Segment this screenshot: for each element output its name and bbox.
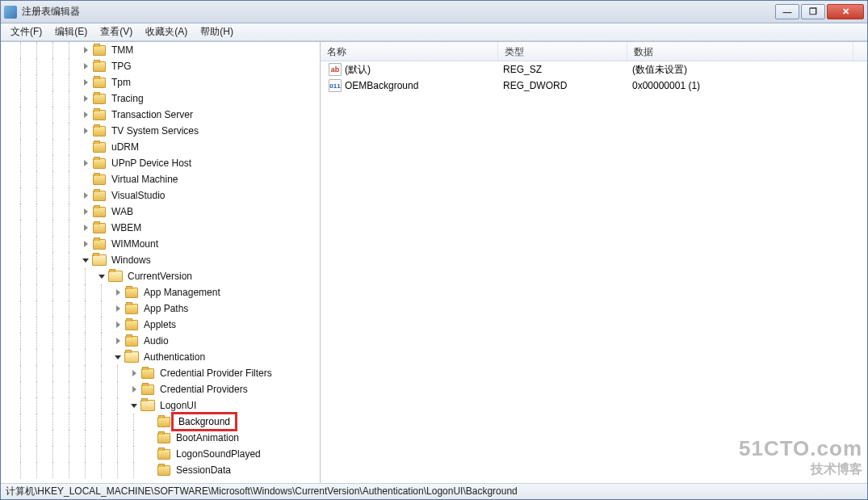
tree-label: Authentication <box>141 351 208 363</box>
tree-item[interactable]: WIMMount <box>1 236 320 252</box>
value-data: 0x00000001 (1) <box>627 80 853 91</box>
tree-item[interactable]: WAB <box>1 204 320 220</box>
col-type[interactable]: 类型 <box>498 42 627 61</box>
tree-item[interactable]: Windows <box>1 252 320 268</box>
folder-icon <box>108 271 123 282</box>
folder-icon <box>93 142 106 153</box>
expand-icon[interactable] <box>82 46 90 54</box>
folder-icon <box>157 417 170 427</box>
tree-item[interactable]: Applets <box>1 317 320 333</box>
menu-0[interactable]: 文件(F) <box>4 23 48 40</box>
menu-2[interactable]: 查看(V) <box>94 23 139 40</box>
tree-item[interactable]: TMM <box>1 42 320 58</box>
menubar: 文件(F)编辑(E)查看(V)收藏夹(A)帮助(H) <box>1 23 867 41</box>
folder-icon <box>93 78 106 88</box>
tree-item[interactable]: App Management <box>1 284 320 300</box>
tree-label: TMM <box>109 44 136 57</box>
tree-label: WIMMount <box>109 237 161 250</box>
expand-icon[interactable] <box>82 111 90 119</box>
value-name: OEMBackground <box>345 80 418 91</box>
folder-icon <box>93 45 106 56</box>
value-type: REG_SZ <box>498 64 627 75</box>
expand-icon[interactable] <box>114 288 122 296</box>
registry-tree: TMMTPGTpmTracingTransaction ServerTV Sys… <box>1 42 320 483</box>
tree-item[interactable]: CurrentVersion <box>1 268 320 284</box>
folder-icon <box>93 158 106 169</box>
value-row[interactable]: ab(默认)REG_SZ(数值未设置) <box>321 61 867 78</box>
expand-icon[interactable] <box>82 62 90 70</box>
folder-icon <box>141 384 154 395</box>
value-row[interactable]: 011OEMBackgroundREG_DWORD0x00000001 (1) <box>321 78 867 94</box>
folder-icon <box>157 449 170 460</box>
titlebar[interactable]: 注册表编辑器 — ❐ ✕ <box>1 1 867 23</box>
tree-item[interactable]: VisualStudio <box>1 187 320 204</box>
tree-item[interactable]: Background <box>1 414 320 430</box>
tree-item[interactable]: Tpm <box>1 74 320 90</box>
tree-item[interactable]: TV System Services <box>1 123 320 139</box>
tree-item[interactable]: Audio <box>1 333 320 349</box>
expand-icon[interactable] <box>82 240 90 248</box>
tree-label: Virtual Machine <box>109 173 181 186</box>
tree-label: WBEM <box>109 221 144 234</box>
tree-item[interactable]: Credential Provider Filters <box>1 365 320 381</box>
col-name[interactable]: 名称 <box>321 42 498 61</box>
tree-item[interactable]: WBEM <box>1 220 320 236</box>
values-pane: 名称 类型 数据 ab(默认)REG_SZ(数值未设置)011OEMBackgr… <box>321 42 867 483</box>
values-list[interactable]: ab(默认)REG_SZ(数值未设置)011OEMBackgroundREG_D… <box>321 61 867 483</box>
tree-item[interactable]: UPnP Device Host <box>1 155 320 171</box>
menu-1[interactable]: 编辑(E) <box>48 23 94 40</box>
collapse-icon[interactable] <box>98 272 106 280</box>
folder-icon <box>93 239 106 250</box>
expand-icon[interactable] <box>82 78 90 86</box>
close-button[interactable]: ✕ <box>827 4 864 19</box>
value-type: REG_DWORD <box>498 80 627 91</box>
expand-icon[interactable] <box>114 337 122 345</box>
tree-item[interactable]: Authentication <box>1 349 320 365</box>
tree-label: LogonSoundPlayed <box>174 447 263 460</box>
tree-item[interactable]: Tracing <box>1 90 320 107</box>
expand-icon[interactable] <box>82 224 90 232</box>
tree-item[interactable]: LogonSoundPlayed <box>1 446 320 462</box>
collapse-icon[interactable] <box>114 353 122 361</box>
tree-item[interactable]: LogonUI <box>1 397 320 414</box>
minimize-button[interactable]: — <box>775 4 799 19</box>
folder-icon <box>93 191 106 201</box>
collapse-icon[interactable] <box>130 401 138 410</box>
folder-icon <box>93 61 106 72</box>
folder-icon <box>157 433 170 443</box>
folder-icon <box>125 336 138 347</box>
expand-icon[interactable] <box>82 127 90 135</box>
menu-4[interactable]: 帮助(H) <box>194 23 240 40</box>
tree-item[interactable]: uDRM <box>1 139 320 155</box>
expand-icon[interactable] <box>82 208 90 216</box>
tree-item[interactable]: Virtual Machine <box>1 171 320 187</box>
expand-icon[interactable] <box>82 159 90 167</box>
value-data: (数值未设置) <box>627 63 853 77</box>
folder-icon <box>141 368 154 379</box>
collapse-icon[interactable] <box>82 256 90 264</box>
tree-label: Tracing <box>109 92 146 105</box>
tree-item[interactable]: Credential Providers <box>1 381 320 397</box>
tree-item[interactable]: BootAnimation <box>1 430 320 446</box>
dword-value-icon: 011 <box>329 79 342 92</box>
tree-label: App Paths <box>141 302 191 315</box>
tree-item[interactable]: Transaction Server <box>1 107 320 123</box>
tree-label: VisualStudio <box>109 189 168 202</box>
expand-icon[interactable] <box>114 321 122 329</box>
expand-icon[interactable] <box>82 95 90 103</box>
expand-icon[interactable] <box>82 191 90 200</box>
tree-item[interactable]: TPG <box>1 58 320 74</box>
expand-icon[interactable] <box>130 385 138 393</box>
tree-item[interactable]: App Paths <box>1 300 320 317</box>
expand-icon[interactable] <box>130 369 138 377</box>
tree-item[interactable]: SessionData <box>1 462 320 478</box>
tree-label: WAB <box>109 205 136 218</box>
folder-icon <box>92 254 107 266</box>
expand-icon[interactable] <box>114 305 122 313</box>
folder-icon <box>93 94 106 104</box>
tree-label: UPnP Device Host <box>109 157 194 170</box>
menu-3[interactable]: 收藏夹(A) <box>139 23 194 40</box>
maximize-button[interactable]: ❐ <box>801 4 825 19</box>
col-data[interactable]: 数据 <box>627 42 853 61</box>
tree-pane[interactable]: TMMTPGTpmTracingTransaction ServerTV Sys… <box>1 42 321 483</box>
